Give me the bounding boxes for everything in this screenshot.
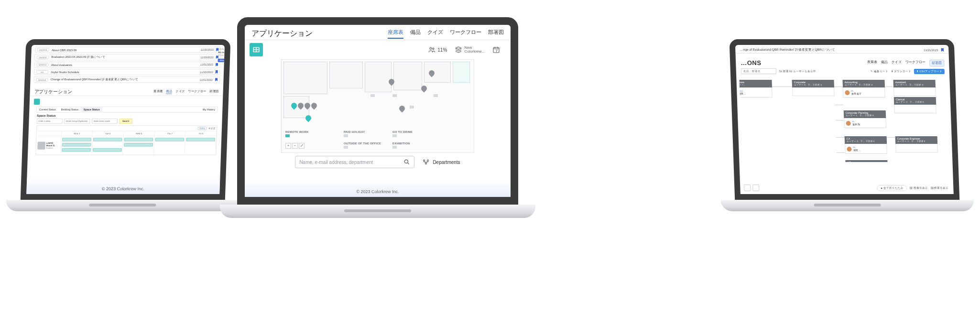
list-item[interactable]: GeneralChange of Evaluatorand QBR Remind… xyxy=(34,76,220,83)
list-item[interactable]: GeneralEvaluation 2023.04-2023.09 評価について… xyxy=(34,54,221,60)
tab-orgchart[interactable]: 部署図 xyxy=(929,60,944,66)
floor-plan[interactable]: [ {"l":186,"t":72,"cols":4,"rows":3,"on"… xyxy=(281,59,474,153)
subtab-current[interactable]: Current Status xyxy=(36,107,58,112)
today-badge[interactable]: Today xyxy=(197,127,207,130)
zoom-controls: + − ⤢ xyxy=(285,143,305,149)
bookmark-icon[interactable] xyxy=(215,78,218,81)
occupancy-indicator[interactable]: 11% xyxy=(428,46,447,54)
section-title: Space Status xyxy=(37,114,222,117)
tab-orgchart[interactable]: 部署図 xyxy=(488,29,504,39)
avatar-icon xyxy=(847,147,851,152)
bookmark-icon[interactable] xyxy=(216,63,218,66)
hide-images-toggle[interactable]: ▦ 画像非表示 xyxy=(910,186,928,190)
csv-upload-button[interactable]: ⬆ CSVアップロード xyxy=(914,69,945,74)
seat[interactable] xyxy=(344,134,348,137)
tab-workflow[interactable]: ワークフロー xyxy=(450,29,481,39)
tab-quiz[interactable]: クイズ xyxy=(892,60,902,66)
subtab-history[interactable]: My History xyxy=(200,107,218,112)
seat[interactable] xyxy=(344,146,348,149)
org-node[interactable]: CXユーザー 3、子… 子部署 0 PL瀬尾 … xyxy=(845,136,887,154)
seat[interactable] xyxy=(392,94,397,97)
center-screen: アプリケーション 座席表 備品 クイズ ワークフロー 部署図 11% xyxy=(237,17,518,205)
map-pin-icon[interactable] xyxy=(398,105,406,113)
seat[interactable] xyxy=(285,134,290,137)
tab-seating[interactable]: 座席表 xyxy=(867,60,877,66)
app-title: アプリケーション xyxy=(251,29,313,39)
list-item[interactable]: HRJoyful Studio Schedule11/20/2023 xyxy=(34,69,220,75)
org-icon xyxy=(422,158,430,166)
zoom-out-button[interactable]: − xyxy=(292,143,298,149)
org-node[interactable]: Corporate Engineerユーザー 2、子… 子部署 0 xyxy=(895,136,938,152)
tab-workflow[interactable]: ワークフロー xyxy=(905,60,926,66)
hide-dept-toggle[interactable]: ▦ 部署非表示 xyxy=(931,186,949,190)
filter-name-input[interactable] xyxy=(92,119,118,124)
seat[interactable] xyxy=(392,134,397,137)
tab-quiz[interactable]: クイズ xyxy=(427,29,443,39)
seat[interactable] xyxy=(434,94,438,97)
seat[interactable] xyxy=(410,106,414,109)
svg-point-2 xyxy=(433,48,434,49)
list-item[interactable]: GeneralAbout evaluators11/01/2023 xyxy=(34,62,221,68)
download-link[interactable]: ⬇ ダウンロード xyxy=(891,70,911,73)
org-node[interactable]: Assistantユーザー 1、子… 子部署 0 xyxy=(893,80,936,96)
seat[interactable] xyxy=(392,146,397,149)
sub-header: 11% NewColorkrew... 7 xyxy=(245,43,511,58)
search-icon[interactable] xyxy=(752,185,759,191)
filter-row: Search xyxy=(37,119,218,124)
app-tabs: 座席表 備品 クイズ ワークフロー 部署図 xyxy=(388,29,504,39)
tab-workflow[interactable]: ワークフロー xyxy=(188,89,206,94)
departments-link[interactable]: Departments xyxy=(422,158,460,166)
footer: © 2023 Colorkrew Inc. xyxy=(26,178,220,194)
subtab-space[interactable]: Space Status xyxy=(81,107,102,112)
org-node[interactable]: Clericalユーザー 2、子… 子部署 0 xyxy=(894,97,936,113)
app-tabs: 座席表 備品 クイズ ワークフロー 部署図 xyxy=(153,89,218,94)
svg-point-4 xyxy=(405,160,408,163)
laptop-left: GeneralAbout QBR 2023.0911/20/2023 Gener… xyxy=(6,39,245,217)
svg-point-6 xyxy=(427,160,429,161)
search-input[interactable]: Name, e-mail address, department xyxy=(295,156,414,168)
edit-mode-link[interactable]: ✎ 編集モード xyxy=(871,70,888,73)
tab-seating[interactable]: 座席表 xyxy=(388,29,403,39)
tab-equipment[interactable]: 備品 xyxy=(881,60,888,66)
org-node[interactable]: Corporate Planningユーザー 1、子… 子部署 0 PL遠井 翔 xyxy=(844,110,886,128)
app-tabs: 座席表 備品 クイズ ワークフロー 部署図 xyxy=(867,60,944,66)
app-title: アプリケーション xyxy=(34,88,72,95)
zoom-in-button[interactable]: + xyxy=(285,143,291,149)
fold-all-button[interactable]: ▲ 全て折りたたみ xyxy=(877,185,907,191)
org-node[interactable]: Accountingユーザー 2、子… 子部署 0 PL倉田 倫子 xyxy=(842,80,885,98)
svg-point-5 xyxy=(424,160,425,161)
app-logo-icon[interactable] xyxy=(250,43,263,56)
search-row: Name, e-mail address, department Departm… xyxy=(245,156,511,168)
room-cell[interactable]: n-MTG Room G 5 users xyxy=(36,136,62,155)
org-node[interactable]: HRユーザー 3、子… 子部署 0 xyxy=(845,160,888,162)
org-node[interactable]: Corporateユーザー 0、子… 子部署 5 xyxy=(792,80,834,96)
tab-equipment[interactable]: 備品 xyxy=(166,89,172,94)
org-node[interactable]: …olorkrewユーザー 7… CEO増田 … xyxy=(739,80,773,98)
list-item[interactable]: GeneralAbout QBR 2023.0911/20/2023 xyxy=(35,47,221,53)
zoom-fit-button[interactable]: ⤢ xyxy=(299,143,305,149)
search-icon xyxy=(403,159,410,165)
map-pin-icon[interactable] xyxy=(310,102,318,110)
tab-quiz[interactable]: クイズ xyxy=(175,89,185,94)
settings-link[interactable]: ⚙ 設定 xyxy=(208,127,215,130)
tab-seating[interactable]: 座席表 xyxy=(153,89,163,94)
calendar-button[interactable]: 7 xyxy=(492,46,504,54)
bookmark-icon[interactable] xyxy=(941,48,944,52)
search-button[interactable]: Search xyxy=(119,119,132,124)
org-chart[interactable]: …olorkrewユーザー 7… CEO増田 … Corporateユーザー 0… xyxy=(739,76,949,162)
toolbar: 52 部署 82 ユーザーを表示中 ✎ 編集モード ⬇ ダウンロード ⬆ CSV… xyxy=(736,67,950,76)
tab-equipment[interactable]: 備品 xyxy=(410,29,421,39)
zone-drink: GO TO DRINK xyxy=(392,130,413,133)
seat[interactable] xyxy=(370,94,375,97)
zoom-search-controls xyxy=(744,185,759,191)
tab-orgchart[interactable]: 部署図 xyxy=(209,89,218,94)
filter-input[interactable] xyxy=(741,68,776,74)
filter-desk-input[interactable] xyxy=(37,119,63,124)
palette-selector[interactable]: NewColorkrew... xyxy=(455,46,484,54)
bookmark-icon[interactable] xyxy=(215,70,218,74)
summary-text: 52 部署 82 ユーザーを表示中 xyxy=(779,70,816,73)
app-header: アプリケーション 座席表 備品 クイズ ワークフロー 部署図 xyxy=(245,25,511,40)
subtab-booking[interactable]: Booking Status xyxy=(58,107,81,112)
zoom-fit-icon[interactable] xyxy=(744,185,751,191)
filter-group-input[interactable] xyxy=(64,119,90,124)
